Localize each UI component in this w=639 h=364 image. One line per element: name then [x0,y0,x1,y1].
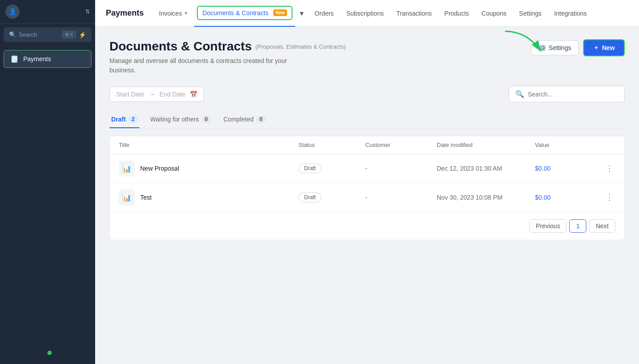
completed-tab-count: 0 [256,116,266,123]
table-row[interactable]: 📊 Test Draft - Nov 30, 2023 10:08 PM $0.… [110,183,624,212]
documents-table: Title Status Customer Date modified Valu… [109,136,625,240]
header-date: Date modified [437,142,535,148]
draft-tab-count: 2 [129,116,138,123]
row-menu-button[interactable]: ⋮ [604,191,615,204]
header-customer: Customer [365,142,437,148]
main-area: Payments Invoices ▼ Documents & Contract… [95,0,639,364]
nav-item-subscriptions[interactable]: Subscriptions [340,0,390,27]
documents-label: Documents & Contracts [202,9,268,17]
settings-button[interactable]: ⚙️ Settings [531,40,579,55]
page-subtitle: (Proposals, Estimates & Contracts) [255,43,346,50]
nav-item-orders[interactable]: Orders [309,0,340,27]
arrow-icon: → [149,91,155,98]
status-badge: Draft [298,192,322,202]
doc-name: Test [140,194,152,201]
date-range-picker[interactable]: Start Date → End Date 📅 [109,87,204,102]
sidebar-nav: 🗒️ Payments [0,46,95,364]
doc-title-cell: 📊 Test [119,189,298,205]
top-navigation: Payments Invoices ▼ Documents & Contract… [95,0,639,27]
page-title: Documents & Contracts (Proposals, Estima… [109,39,346,54]
invoices-label: Invoices [159,10,182,17]
new-label: New [602,44,615,51]
search-icon: 🔍 [515,90,524,98]
customer-cell: - [365,165,437,172]
settings-label: Settings [549,44,572,51]
nav-item-transactions[interactable]: Transactions [390,0,438,27]
search-shortcut: ⌘ K [62,31,76,38]
sidebar-item-label: Payments [23,55,51,63]
draft-tab-label: Draft [111,116,126,123]
next-button[interactable]: Next [589,219,615,233]
date-cell: Dec 12, 2023 01:30 AM [437,165,535,172]
payments-icon: 🗒️ [10,55,19,63]
chevron-up-down-icon: ⇅ [85,8,90,15]
tab-bar: Draft 2 Waiting for others 0 Completed 0 [109,111,625,129]
new-button[interactable]: ＋ New [583,39,625,56]
date-cell: Nov 30, 2023 10:08 PM [437,194,535,201]
nav-item-documents[interactable]: Documents & Contracts New [194,0,295,27]
tab-draft[interactable]: Draft 2 [109,111,139,128]
status-badge: Draft [298,163,322,173]
tab-completed[interactable]: Completed 0 [221,111,267,128]
nav-item-settings-top[interactable]: Settings [513,0,548,27]
sidebar: 👤 ⇅ 🔍 Search ⌘ K ⚡ 🗒️ Payments [0,0,95,364]
search-icon: 🔍 [9,31,16,38]
value-cell: $0.00 [535,165,597,172]
nav-item-products[interactable]: Products [438,0,475,27]
row-menu-button[interactable]: ⋮ [604,162,615,175]
nav-item-invoices[interactable]: Invoices ▼ [153,0,194,27]
status-cell: Draft [298,163,365,173]
page-title-block: Documents & Contracts (Proposals, Estima… [109,39,346,75]
search-label: Search [19,31,59,38]
status-dot [47,351,52,355]
filters-row: Start Date → End Date 📅 🔍 [109,86,625,102]
waiting-tab-count: 0 [202,116,211,123]
previous-button[interactable]: Previous [529,219,567,233]
search-box[interactable]: 🔍 [509,86,625,102]
calendar-icon: 📅 [190,91,197,98]
page-number-1[interactable]: 1 [569,219,586,233]
header-title: Title [119,142,298,148]
bolt-icon: ⚡ [79,31,86,38]
page-description: Manage and oversee all documents & contr… [109,56,297,75]
header-value: Value [535,142,597,148]
end-date-label: End Date [159,91,185,98]
search-input[interactable] [528,91,617,98]
new-badge: New [273,9,287,16]
page-content: Documents & Contracts (Proposals, Estima… [95,27,639,364]
page-actions: ⚙️ Settings ＋ New [531,39,625,56]
invoices-dropdown-icon: ▼ [184,11,188,16]
sidebar-search[interactable]: 🔍 Search ⌘ K ⚡ [4,27,92,42]
nav-dropdown-chevron[interactable]: ▼ [295,0,309,27]
start-date-label: Start Date [116,91,144,98]
plus-icon: ＋ [593,44,599,52]
gear-icon: ⚙️ [539,44,546,51]
nav-item-integrations[interactable]: Integrations [548,0,593,27]
header-status: Status [298,142,365,148]
table-header-row: Title Status Customer Date modified Valu… [110,136,624,154]
value-cell: $0.00 [535,194,597,201]
doc-icon: 📊 [119,160,135,176]
doc-icon: 📊 [119,189,135,205]
user-avatar-icon: 👤 [5,4,20,19]
actions-cell: ⋮ [597,162,615,175]
nav-item-coupons[interactable]: Coupons [475,0,513,27]
pagination: Previous 1 Next [110,212,624,240]
waiting-tab-label: Waiting for others [150,116,199,123]
actions-cell: ⋮ [597,191,615,204]
completed-tab-label: Completed [223,116,254,123]
customer-cell: - [365,194,437,201]
tab-waiting[interactable]: Waiting for others 0 [148,111,213,128]
doc-title-cell: 📊 New Proposal [119,160,298,176]
header-actions [597,142,615,148]
sidebar-user-switcher[interactable]: 👤 ⇅ [0,0,95,24]
brand-name: Payments [106,8,144,18]
status-cell: Draft [298,192,365,202]
doc-name: New Proposal [140,165,179,172]
sidebar-item-payments[interactable]: 🗒️ Payments [4,50,92,68]
more-options-icon: ▼ [299,10,305,17]
page-header: Documents & Contracts (Proposals, Estima… [109,39,625,75]
table-row[interactable]: 📊 New Proposal Draft - Dec 12, 2023 01:3… [110,154,624,183]
